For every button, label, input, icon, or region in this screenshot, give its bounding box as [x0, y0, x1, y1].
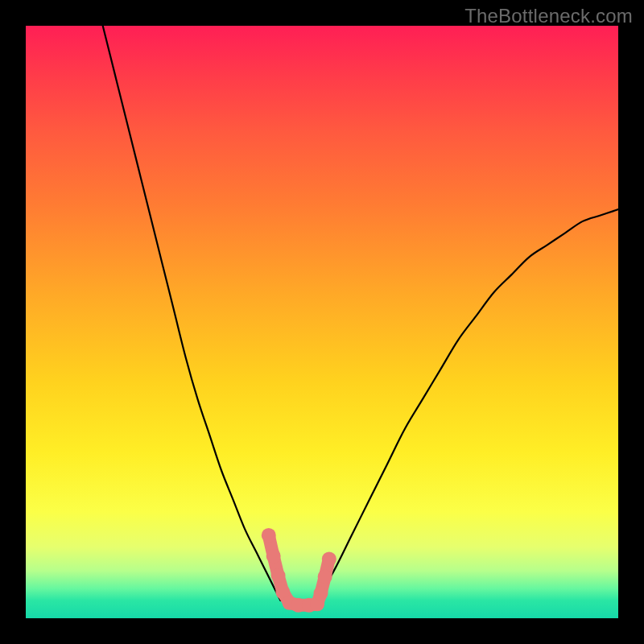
highlight-dot — [314, 586, 328, 601]
highlight-dot — [322, 551, 336, 566]
highlight-dot — [318, 569, 332, 584]
chart-plot-area — [26, 26, 618, 618]
series-left-curve — [103, 26, 281, 601]
highlight-dot — [271, 568, 286, 583]
series-right-curve — [316, 209, 618, 601]
watermark-text: TheBottleneck.com — [464, 5, 633, 27]
highlight-dot — [262, 528, 276, 543]
chart-frame: TheBottleneck.com — [0, 0, 644, 644]
highlight-dot — [266, 549, 281, 564]
chart-svg — [26, 26, 618, 618]
